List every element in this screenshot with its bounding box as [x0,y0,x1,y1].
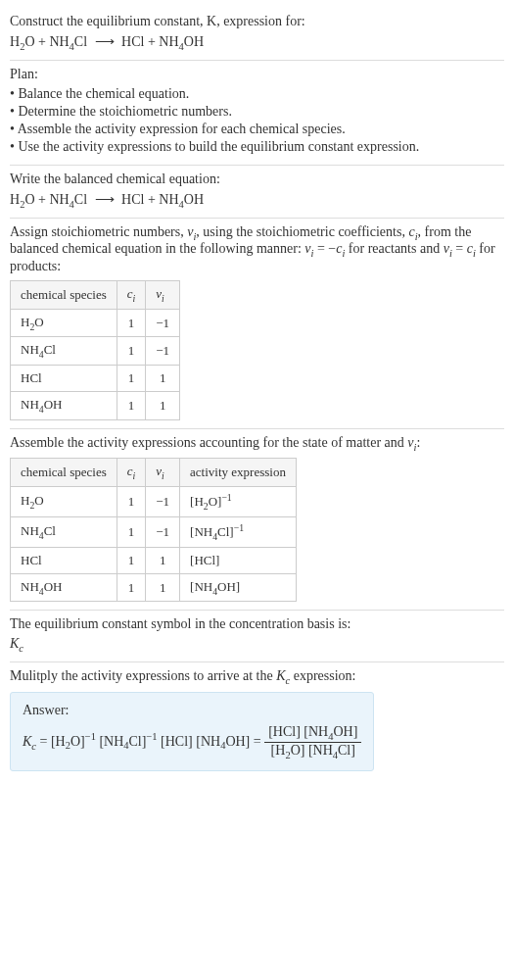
cell-species: H2O [11,486,117,516]
symbol-heading: The equilibrium constant symbol in the c… [10,616,504,632]
plan-heading: Plan: [10,67,504,82]
col-species: chemical species [11,459,117,487]
table-row: H2O 1 −1 [11,309,180,337]
plan-item: • Use the activity expressions to build … [10,139,504,155]
cell-v: 1 [146,573,180,602]
col-vi: νi [146,281,180,310]
answer-expression: Kc = [H2O]−1 [NH4Cl]−1 [HCl] [NH4OH] = [… [23,724,361,760]
answer-box: Answer: Kc = [H2O]−1 [NH4Cl]−1 [HCl] [NH… [10,692,374,771]
answer-label: Answer: [23,703,361,718]
cell-species: HCl [11,365,117,391]
table-header-row: chemical species ci νi activity expressi… [11,459,297,487]
symbol-value: Kc [10,636,504,654]
balanced-equation: H2O + NH4Cl ⟶ HCl + NH4OH [10,191,504,210]
cell-c: 1 [117,309,146,337]
table-row: NH4Cl 1 −1 [NH4Cl]−1 [11,516,297,547]
col-activity: activity expression [180,459,297,487]
col-species: chemical species [11,281,117,310]
cell-c: 1 [117,486,146,516]
cell-c: 1 [117,365,146,391]
cell-v: −1 [146,309,180,337]
multiply-heading: Mulitply the activity expressions to arr… [10,668,504,686]
cell-c: 1 [117,547,146,573]
col-vi: νi [146,459,180,487]
symbol-section: The equilibrium constant symbol in the c… [10,610,504,660]
table-row: H2O 1 −1 [H2O]−1 [11,486,297,516]
plan-section: Plan: • Balance the chemical equation. •… [10,60,504,163]
balanced-heading: Write the balanced chemical equation: [10,172,504,187]
activity-table: chemical species ci νi activity expressi… [10,458,297,602]
table-header-row: chemical species ci νi [11,281,180,310]
stoich-table: chemical species ci νi H2O 1 −1 NH4Cl 1 … [10,280,180,419]
cell-v: 1 [146,365,180,391]
cell-species: NH4OH [11,573,117,602]
stoich-heading: Assign stoichiometric numbers, νi, using… [10,224,504,275]
cell-c: 1 [117,516,146,547]
intro-line: Construct the equilibrium constant, K, e… [10,14,504,29]
cell-v: −1 [146,486,180,516]
table-row: NH4OH 1 1 [11,391,180,419]
table-row: HCl 1 1 [HCl] [11,547,297,573]
balanced-section: Write the balanced chemical equation: H2… [10,165,504,216]
cell-v: 1 [146,391,180,419]
cell-activity: [HCl] [180,547,297,573]
activity-section: Assemble the activity expressions accoun… [10,428,504,609]
cell-species: HCl [11,547,117,573]
cell-species: NH4Cl [11,337,117,366]
cell-species: H2O [11,309,117,337]
intro-section: Construct the equilibrium constant, K, e… [10,8,504,58]
activity-heading: Assemble the activity expressions accoun… [10,435,504,453]
table-row: HCl 1 1 [11,365,180,391]
intro-equation: H2O + NH4Cl ⟶ HCl + NH4OH [10,33,504,52]
cell-c: 1 [117,573,146,602]
plan-item: • Determine the stoichiometric numbers. [10,104,504,120]
cell-activity: [H2O]−1 [180,486,297,516]
cell-v: 1 [146,547,180,573]
table-row: NH4OH 1 1 [NH4OH] [11,573,297,602]
col-ci: ci [117,281,146,310]
plan-item: • Balance the chemical equation. [10,86,504,102]
cell-species: NH4Cl [11,516,117,547]
cell-v: −1 [146,337,180,366]
stoich-section: Assign stoichiometric numbers, νi, using… [10,218,504,426]
col-ci: ci [117,459,146,487]
table-row: NH4Cl 1 −1 [11,337,180,366]
cell-c: 1 [117,337,146,366]
multiply-section: Mulitply the activity expressions to arr… [10,662,504,776]
cell-activity: [NH4OH] [180,573,297,602]
cell-activity: [NH4Cl]−1 [180,516,297,547]
plan-list: • Balance the chemical equation. • Deter… [10,86,504,155]
plan-item: • Assemble the activity expression for e… [10,122,504,137]
cell-v: −1 [146,516,180,547]
cell-species: NH4OH [11,391,117,419]
cell-c: 1 [117,391,146,419]
